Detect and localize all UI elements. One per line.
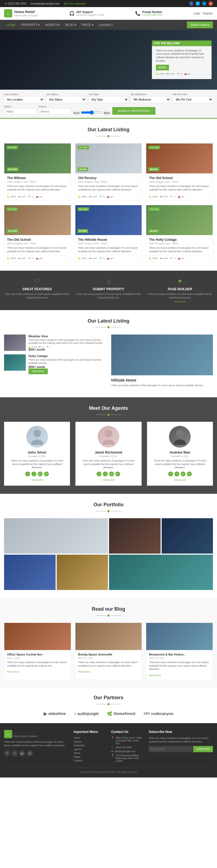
footer-link-contact[interactable]: Contact (74, 759, 106, 762)
portfolio-img-3[interactable] (162, 518, 213, 554)
footer-link-pages[interactable]: Pages (74, 755, 106, 758)
agent-fb-2[interactable]: f (97, 471, 102, 476)
portfolio-img-2[interactable] (109, 518, 160, 554)
footer-link-about[interactable]: About (74, 752, 106, 754)
footer-grid: ⌂ Home Relief Real Estate Company There … (4, 730, 213, 764)
hero-price-button[interactable]: $4000 (156, 65, 169, 70)
read-more-1[interactable]: Read More (7, 671, 19, 673)
subscribe-button[interactable]: SUBSCRIBE (193, 746, 213, 752)
view-more-button[interactable]: View More (29, 369, 48, 374)
portfolio-img-5[interactable] (57, 555, 108, 590)
price-to: $500 (104, 112, 110, 115)
nav-home[interactable]: HOME (4, 20, 19, 30)
partner-audiojungle[interactable]: ♪ audiojungle (74, 711, 99, 716)
nav-blog[interactable]: BLOG ▾ (63, 20, 79, 30)
nav-property[interactable]: PROPERTY ▾ (19, 20, 43, 30)
email-subscribe-input[interactable] (149, 746, 193, 752)
header: ⌂ Home Relief Real Estate Company 🎧 24/7… (0, 7, 217, 20)
prop-body-1: The Willows 2859 Gregory Lane, 70503 The… (4, 174, 71, 200)
footer-link-properties[interactable]: Properties (74, 744, 106, 747)
read-more-3[interactable]: Read More (149, 674, 161, 677)
address2-text: 776 Colonial Building, State Way, New Yo… (115, 754, 143, 762)
nav-price[interactable]: PRICE ▾ (79, 20, 96, 30)
twitter-icon[interactable]: t (195, 1, 200, 6)
status-label: Any Status (46, 93, 86, 96)
prop-badge-3: For Sale (148, 146, 160, 149)
footer-ln-icon[interactable]: in (27, 750, 33, 756)
listing-right: Hillside Home There are many variations … (111, 335, 213, 390)
code-icon: </> (144, 711, 150, 716)
listing-1-title: Our Latest Listing (4, 127, 213, 133)
agent-gp-3[interactable]: g+ (181, 471, 185, 476)
partners-grid: ▶ videohive ♪ audiojungle 🌿 themeforest … (4, 711, 213, 716)
footer-link-agents[interactable]: Agents (74, 740, 106, 743)
feature-desc-1: There are many variations of Lorem Ipsum… (4, 292, 70, 299)
facebook-icon[interactable]: f (189, 1, 193, 6)
agent-ln-2[interactable]: in (115, 471, 120, 476)
mini-area-1: 📐 1.9% (29, 346, 37, 348)
agent-gp-1[interactable]: g+ (38, 471, 43, 476)
perfoot-label: Min Per Foot (173, 93, 213, 96)
prop-price-6: $9,000 (148, 229, 159, 233)
ask-question-link[interactable]: Ask Your Question (64, 2, 86, 5)
googleplus-icon[interactable]: g+ (209, 1, 213, 6)
agent-tw-3[interactable]: t (174, 471, 179, 476)
price-slider[interactable] (81, 110, 103, 115)
footer-gp-icon[interactable]: g+ (19, 750, 25, 756)
type-select[interactable]: Any Type (88, 96, 129, 103)
partner-videohive[interactable]: ▶ videohive (44, 711, 66, 716)
agent-role-2: Founder & CEO (79, 455, 137, 458)
footer-link-agents2[interactable]: Agents (74, 748, 106, 751)
login-link[interactable]: Login (193, 12, 200, 15)
perfoot-select[interactable]: Min Per Foot (173, 96, 213, 103)
feature-link-3[interactable]: Alering link (174, 300, 186, 303)
blog-section: Read our Blog Office Space Central Ave J… (0, 598, 217, 688)
location-icon: 📍 (111, 737, 114, 739)
read-more-2[interactable]: Read More (78, 671, 90, 673)
detail-img (111, 335, 213, 375)
portfolio-img-6[interactable] (109, 555, 213, 590)
location-select[interactable]: Any Location (4, 96, 44, 103)
search-button[interactable]: SEARCH PROPERTIES (112, 107, 156, 115)
feature-desc-2: There are many variations of Lorem Ipsum… (75, 292, 141, 299)
agent-ln-1[interactable]: in (44, 471, 49, 476)
linkedin-icon[interactable]: in (202, 1, 207, 6)
submit-property-button[interactable]: Submit Property (187, 22, 213, 28)
bath-stat-3: 🚿 ↑1 (170, 195, 176, 198)
house-icon: ⌂ (75, 277, 141, 285)
portfolio-grid (4, 518, 213, 590)
partner-themeforest[interactable]: 🌿 themeforest (107, 711, 135, 716)
register-link[interactable]: Register (203, 12, 213, 15)
nav-contact[interactable]: CONTACT (96, 20, 115, 30)
agent-fb-3[interactable]: f (168, 471, 173, 476)
area-stat-4: 📐 200% (7, 257, 16, 259)
portfolio-img-1[interactable] (4, 518, 108, 554)
date-input[interactable] (4, 108, 37, 115)
partner-codecanyon[interactable]: </> codecanyon (144, 711, 173, 716)
agent-link-2[interactable]: Alering link (103, 478, 114, 481)
prop-title-1: The Willows (7, 176, 68, 180)
agent-tw-2[interactable]: t (103, 471, 108, 476)
agent-fb-1[interactable]: f (25, 471, 30, 476)
bedrooms-label: Min Bedrooms (131, 93, 171, 96)
agent-ln-3[interactable]: in (187, 471, 192, 476)
agent-link-1[interactable]: Alering link (31, 478, 43, 481)
footer-fb-icon[interactable]: f (4, 750, 10, 756)
bedrooms-select[interactable]: Min Bedrooms (131, 96, 171, 103)
status-select[interactable]: Any Status (46, 96, 86, 103)
footer-tw-icon[interactable]: t (12, 750, 17, 756)
prop-location-2: 2859 Gregory Lane, 70503 (78, 181, 139, 183)
footer-social-icons: f t g+ in (4, 750, 68, 756)
builder-icon: ✦ (147, 277, 213, 285)
svg-point-5 (174, 439, 186, 445)
nav-agents[interactable]: AGENTS ▾ (43, 20, 63, 30)
rooms-input[interactable] (39, 108, 71, 115)
footer-link-home[interactable]: Home (74, 737, 106, 739)
portfolio-img-4[interactable] (4, 555, 56, 590)
agent-gp-2[interactable]: g+ (109, 471, 114, 476)
portfolio-title: Our Portfolio (4, 502, 213, 508)
agent-tw-1[interactable]: t (32, 471, 36, 476)
agent-link-3[interactable]: Alering link (174, 478, 186, 481)
bed-stat-4: 🛏 1.4% (18, 257, 26, 259)
blog-card-3: Restaurant & Bar Hudso.. March 24, 2018 … (146, 623, 213, 680)
